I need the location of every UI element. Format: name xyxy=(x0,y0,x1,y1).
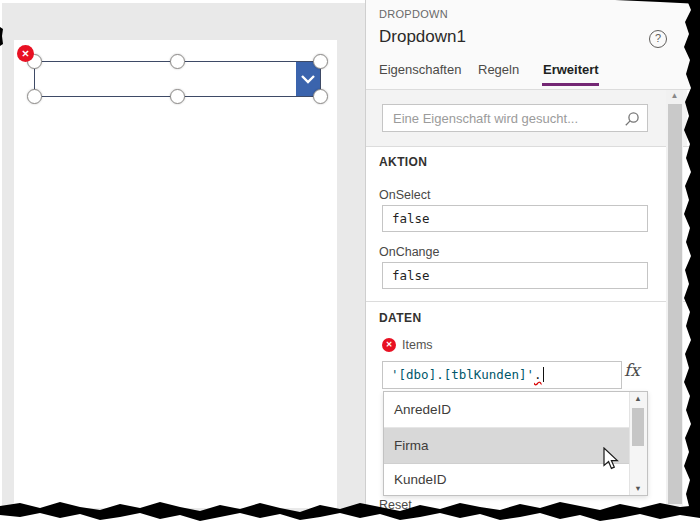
onselect-input[interactable]: false xyxy=(382,205,648,232)
property-search-input[interactable] xyxy=(383,105,647,131)
tab-erweitert[interactable]: Erweitert xyxy=(543,62,599,77)
powerapps-editor: DROPDOWN Dropdown1 ? Eigenschaften Regel… xyxy=(0,0,700,526)
properties-panel: DROPDOWN Dropdown1 ? Eigenschaften Regel… xyxy=(365,0,700,526)
suggestion-firma[interactable]: Firma xyxy=(384,428,629,464)
items-pending-char: . xyxy=(534,367,542,382)
list-scrollbar-thumb[interactable] xyxy=(632,408,644,446)
control-title: Dropdown1 xyxy=(379,27,466,47)
chevron-down-icon xyxy=(300,73,316,85)
scrollbar-up-icon[interactable]: ▲ xyxy=(666,91,683,100)
items-error-icon[interactable] xyxy=(382,338,396,352)
items-label: Items xyxy=(402,338,433,352)
onchange-label: OnChange xyxy=(379,245,439,259)
help-icon[interactable]: ? xyxy=(649,30,667,48)
divider xyxy=(366,146,700,147)
items-input[interactable]: '[dbo].[tblKunden]'. xyxy=(382,361,622,389)
tab-eigenschaften[interactable]: Eigenschaften xyxy=(379,62,461,77)
reset-label: Reset xyxy=(379,498,412,512)
list-scrollbar[interactable]: ▲ ▼ xyxy=(629,392,647,495)
active-tab-underline xyxy=(542,83,599,86)
section-aktion-title: AKTION xyxy=(379,155,427,169)
suggestion-anredeid[interactable]: AnredeID xyxy=(384,392,629,428)
onselect-value: false xyxy=(392,211,430,226)
control-error-icon[interactable] xyxy=(17,45,34,62)
fx-icon[interactable]: fx xyxy=(624,360,640,380)
selection-handle-bottom-middle[interactable] xyxy=(170,89,185,104)
selection-handle-bottom-right[interactable] xyxy=(313,89,328,104)
selection-handle-top-right[interactable] xyxy=(313,54,328,69)
onselect-label: OnSelect xyxy=(379,188,430,202)
section-daten-title: DATEN xyxy=(379,311,421,325)
tab-regeln[interactable]: Regeln xyxy=(478,62,519,77)
scrollbar-up-icon[interactable]: ▲ xyxy=(630,394,646,403)
onchange-input[interactable]: false xyxy=(382,262,648,289)
onchange-value: false xyxy=(392,268,430,283)
items-value: '[dbo].[tblKunden]' xyxy=(391,367,534,382)
text-caret xyxy=(543,367,545,382)
panel-scrollbar-thumb[interactable] xyxy=(668,104,682,504)
control-type-label: DROPDOWN xyxy=(379,8,448,20)
suggestion-kundeid[interactable]: KundeID xyxy=(384,465,629,494)
search-box xyxy=(382,104,648,132)
selection-handle-top-middle[interactable] xyxy=(170,54,185,69)
scrollbar-down-icon[interactable]: ▼ xyxy=(630,484,646,493)
panel-scrollbar[interactable]: ▲ xyxy=(666,90,683,506)
divider xyxy=(366,301,700,302)
screen-artboard[interactable] xyxy=(14,40,337,508)
selection-handle-bottom-left[interactable] xyxy=(27,89,42,104)
suggestions-list: AnredeID Firma KundeID ▲ ▼ xyxy=(383,391,648,496)
mouse-cursor-icon xyxy=(600,447,622,471)
search-icon xyxy=(624,111,640,127)
